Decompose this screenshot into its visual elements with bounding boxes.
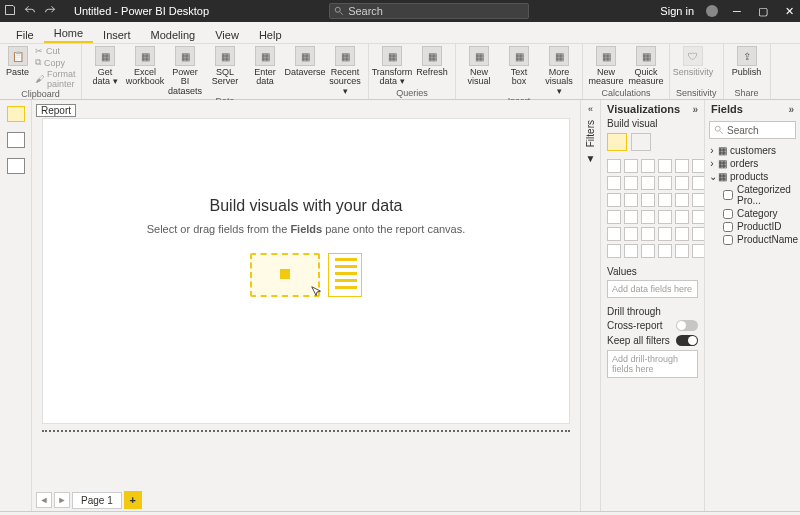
visual-type-20[interactable] — [641, 210, 655, 224]
page-tab-1[interactable]: Page 1 — [72, 492, 122, 509]
canvas-illustration — [250, 253, 362, 297]
visual-type-2[interactable] — [641, 159, 655, 173]
calc-button-0[interactable]: ▦New measure — [589, 46, 623, 87]
filter-icon: ▼ — [586, 153, 596, 164]
field-ProductID[interactable]: ProductID — [723, 220, 796, 233]
group-sensitivity: Sensitivity — [676, 88, 717, 98]
visual-type-4[interactable] — [675, 159, 689, 173]
visual-type-31[interactable] — [624, 244, 638, 258]
visual-type-0[interactable] — [607, 159, 621, 173]
fields-pane-title: Fields — [711, 103, 743, 115]
data-button-2[interactable]: ▦Power BI datasets — [168, 46, 202, 96]
drillthrough-well[interactable]: Add drill-through fields here — [607, 350, 698, 378]
data-button-4[interactable]: ▦Enter data — [248, 46, 282, 87]
queries-button-1[interactable]: ▦Refresh — [415, 46, 449, 77]
expand-filters-icon[interactable]: « — [588, 104, 593, 114]
redo-icon[interactable] — [44, 4, 56, 18]
avatar-icon[interactable] — [706, 5, 718, 17]
close-button[interactable]: ✕ — [782, 5, 796, 18]
report-view-icon[interactable] — [7, 106, 25, 122]
field-Categorized Pro...[interactable]: Categorized Pro... — [723, 183, 796, 207]
visual-type-33[interactable] — [658, 244, 672, 258]
tab-file[interactable]: File — [6, 26, 44, 43]
maximize-button[interactable]: ▢ — [756, 5, 770, 18]
save-icon[interactable] — [4, 4, 16, 18]
tab-help[interactable]: Help — [249, 26, 292, 43]
visual-type-19[interactable] — [624, 210, 638, 224]
minimize-button[interactable]: ─ — [730, 5, 744, 17]
model-view-icon[interactable] — [7, 158, 25, 174]
table-orders[interactable]: ›▦orders — [709, 157, 796, 170]
cross-report-toggle[interactable] — [676, 320, 698, 331]
search-placeholder: Search — [348, 5, 383, 17]
queries-button-0[interactable]: ▦Transform data ▾ — [375, 46, 409, 87]
visual-type-18[interactable] — [607, 210, 621, 224]
sign-in-link[interactable]: Sign in — [660, 5, 694, 17]
tab-insert[interactable]: Insert — [93, 26, 141, 43]
undo-icon[interactable] — [24, 4, 36, 18]
filters-label: Filters — [585, 120, 596, 147]
visual-type-9[interactable] — [658, 176, 672, 190]
insert-button-1[interactable]: ▦Text box — [502, 46, 536, 87]
page-next-button[interactable]: ► — [54, 492, 70, 508]
visual-type-32[interactable] — [641, 244, 655, 258]
data-button-1[interactable]: ▦Excel workbook — [128, 46, 162, 87]
report-canvas[interactable]: Build visuals with your data Select or d… — [42, 118, 570, 424]
data-view-icon[interactable] — [7, 132, 25, 148]
format-visual-mode-icon[interactable] — [631, 133, 651, 151]
visual-type-34[interactable] — [675, 244, 689, 258]
values-well[interactable]: Add data fields here — [607, 280, 698, 298]
visual-type-7[interactable] — [624, 176, 638, 190]
collapse-fields-icon[interactable]: » — [788, 104, 794, 115]
page-prev-button[interactable]: ◄ — [36, 492, 52, 508]
calc-button-1[interactable]: ▦Quick measure — [629, 46, 663, 87]
field-ProductName[interactable]: ProductName — [723, 233, 796, 246]
build-visual-mode-icon[interactable] — [607, 133, 627, 151]
title-bar: Untitled - Power BI Desktop Search Sign … — [0, 0, 800, 22]
data-button-6[interactable]: ▦Recent sources ▾ — [328, 46, 362, 96]
keep-filters-toggle[interactable] — [676, 335, 698, 346]
paste-button[interactable]: 📋Paste — [6, 46, 29, 77]
visual-type-8[interactable] — [641, 176, 655, 190]
filters-rail[interactable]: « Filters ▼ — [580, 100, 600, 511]
group-share: Share — [730, 88, 764, 98]
data-button-5[interactable]: ▦Dataverse — [288, 46, 322, 77]
insert-button-2[interactable]: ▦More visuals ▾ — [542, 46, 576, 96]
collapse-vis-icon[interactable]: » — [692, 104, 698, 115]
visual-type-22[interactable] — [675, 210, 689, 224]
visual-type-15[interactable] — [658, 193, 672, 207]
visual-type-25[interactable] — [624, 227, 638, 241]
group-calculations: Calculations — [589, 88, 663, 98]
visual-type-28[interactable] — [675, 227, 689, 241]
field-Category[interactable]: Category — [723, 207, 796, 220]
publish-button[interactable]: ⇪Publish — [730, 46, 764, 77]
table-customers[interactable]: ›▦customers — [709, 144, 796, 157]
fields-search[interactable]: Search — [709, 121, 796, 139]
visual-type-30[interactable] — [607, 244, 621, 258]
visual-type-12[interactable] — [607, 193, 621, 207]
visual-type-10[interactable] — [675, 176, 689, 190]
insert-button-0[interactable]: ▦New visual — [462, 46, 496, 87]
data-button-0[interactable]: ▦Get data ▾ — [88, 46, 122, 87]
report-tooltip: Report — [36, 104, 76, 117]
visual-type-14[interactable] — [641, 193, 655, 207]
visual-type-24[interactable] — [607, 227, 621, 241]
visual-type-27[interactable] — [658, 227, 672, 241]
visual-type-26[interactable] — [641, 227, 655, 241]
tab-view[interactable]: View — [205, 26, 249, 43]
visual-type-1[interactable] — [624, 159, 638, 173]
titlebar-search[interactable]: Search — [329, 3, 529, 19]
cross-report-label: Cross-report — [607, 320, 663, 331]
add-page-button[interactable]: + — [124, 491, 142, 509]
visual-type-21[interactable] — [658, 210, 672, 224]
visual-type-3[interactable] — [658, 159, 672, 173]
visual-type-6[interactable] — [607, 176, 621, 190]
tab-home[interactable]: Home — [44, 24, 93, 43]
ribbon-tabs: File Home Insert Modeling View Help — [0, 22, 800, 44]
data-button-3[interactable]: ▦SQL Server — [208, 46, 242, 87]
visual-type-16[interactable] — [675, 193, 689, 207]
search-icon — [334, 6, 344, 16]
table-products[interactable]: ⌄▦products — [709, 170, 796, 183]
tab-modeling[interactable]: Modeling — [141, 26, 206, 43]
visual-type-13[interactable] — [624, 193, 638, 207]
